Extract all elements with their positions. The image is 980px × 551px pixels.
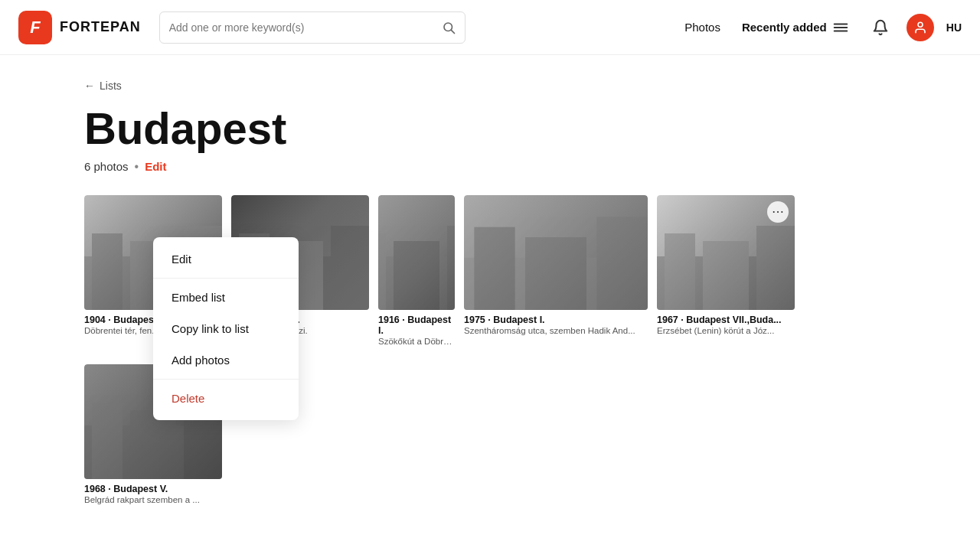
svg-point-5 [918, 22, 923, 27]
dot-separator: • [135, 160, 139, 174]
header-icons: HU [827, 14, 962, 41]
nav-recently-added[interactable]: Recently added [742, 21, 827, 34]
photo-description: Szökőkút a Döbrent... [378, 337, 455, 346]
breadcrumb-arrow: ← [84, 80, 95, 92]
menu-icon [832, 19, 849, 36]
svg-rect-24 [703, 241, 749, 310]
photo-year-location: 1975 · Budapest I. [464, 315, 648, 325]
photo-card[interactable]: ⋯1916 · Budapest I.Szökőkút a Döbrent... [378, 195, 455, 346]
menu-icon-button[interactable] [827, 14, 854, 41]
header: F FORTEPAN Photos Recently added HU [0, 0, 980, 55]
photo-meta: 1916 · Budapest I.Szökőkút a Döbrent... [378, 315, 455, 346]
photo-description: Erzsébet (Lenin) körút a Józ... [657, 326, 795, 335]
notifications-icon-button[interactable] [867, 14, 894, 41]
svg-rect-17 [447, 226, 455, 310]
bell-icon [872, 19, 889, 36]
photo-year-location: 1916 · Budapest I. [378, 315, 455, 336]
svg-rect-19 [474, 227, 514, 310]
svg-rect-16 [394, 241, 439, 310]
dropdown-add-photos[interactable]: Add photos [153, 344, 299, 376]
photo-image: ⋯ [378, 195, 455, 310]
breadcrumb-lists-link[interactable]: Lists [100, 80, 122, 92]
photo-description: Belgrád rakpart szemben a ... [84, 495, 222, 504]
dropdown-menu: Edit Embed list Copy link to list Add ph… [153, 237, 299, 420]
language-button[interactable]: HU [946, 21, 962, 34]
dropdown-delete[interactable]: Delete [153, 383, 299, 414]
search-icon [442, 21, 456, 34]
svg-rect-28 [130, 410, 176, 479]
photo-meta: 1975 · Budapest I.Szentháromság utca, sz… [464, 315, 648, 335]
svg-rect-15 [378, 233, 386, 310]
photo-year-location: 1967 · Budapest VII.,Buda... [657, 315, 795, 325]
photo-meta: 1968 · Budapest V.Belgrád rakpart szembe… [84, 484, 222, 504]
photo-options-button[interactable]: ⋯ [767, 201, 789, 223]
svg-line-1 [451, 30, 454, 33]
svg-rect-20 [525, 237, 586, 310]
photos-count: 6 photos [84, 160, 129, 173]
svg-rect-25 [756, 226, 795, 310]
search-bar [159, 11, 466, 44]
photo-image: ⋯ [464, 195, 648, 310]
dropdown-copy-link[interactable]: Copy link to list [153, 313, 299, 344]
logo[interactable]: F FORTEPAN [18, 11, 141, 44]
svg-rect-7 [92, 233, 122, 310]
photo-year-location: 1968 · Budapest V. [84, 484, 222, 494]
breadcrumb: ← Lists [84, 80, 919, 92]
svg-rect-23 [665, 233, 695, 310]
page-title: Budapest [84, 106, 919, 152]
meta-row: 6 photos • Edit [84, 160, 919, 174]
main-content: ← Lists Budapest 6 photos • Edit ⋯1904 ·… [0, 55, 980, 535]
photo-card[interactable]: ⋯1967 · Budapest VII.,Buda...Erzsébet (L… [657, 195, 795, 335]
edit-link[interactable]: Edit [145, 160, 166, 173]
svg-rect-27 [92, 403, 122, 479]
dropdown-embed[interactable]: Embed list [153, 282, 299, 313]
header-nav: Photos Recently added [684, 21, 827, 34]
user-icon [913, 21, 927, 34]
search-input[interactable] [169, 21, 436, 34]
logo-icon: F [18, 11, 52, 44]
avatar-button[interactable] [906, 14, 934, 41]
photo-image: ⋯ [657, 195, 795, 310]
nav-photos[interactable]: Photos [684, 21, 720, 34]
dropdown-divider-2 [153, 379, 299, 380]
logo-text: FORTEPAN [60, 19, 141, 35]
photo-description: Szentháromság utca, szemben Hadik And... [464, 326, 648, 335]
svg-rect-21 [596, 217, 648, 310]
photo-meta: 1967 · Budapest VII.,Buda...Erzsébet (Le… [657, 315, 795, 335]
dropdown-edit[interactable]: Edit [153, 243, 299, 275]
dropdown-divider-1 [153, 278, 299, 279]
svg-rect-13 [331, 226, 369, 310]
photo-card[interactable]: ⋯1975 · Budapest I.Szentháromság utca, s… [464, 195, 648, 335]
